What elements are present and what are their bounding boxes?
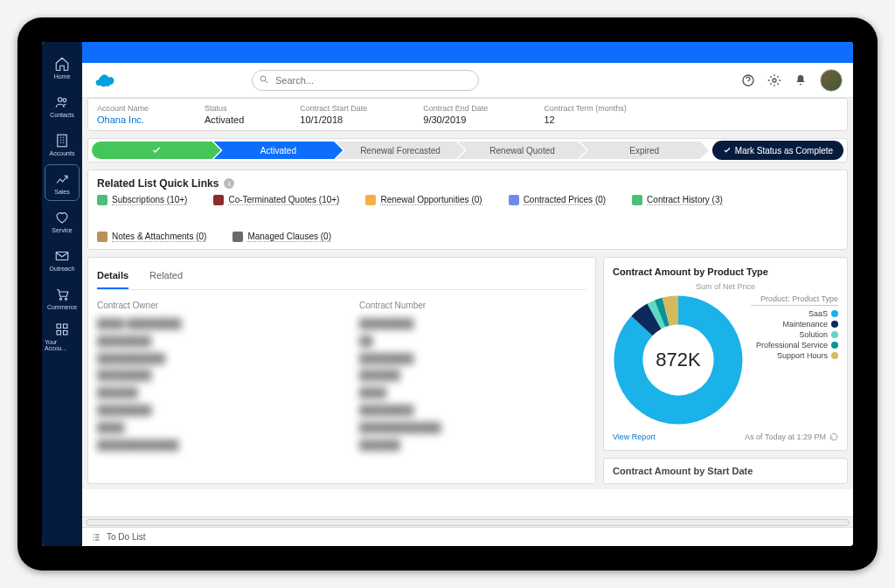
asof-text: As of Today at 1:29 PM <box>745 432 838 441</box>
ql-icon <box>213 195 224 205</box>
path-stage-complete[interactable] <box>92 142 221 159</box>
nav-home[interactable]: Home <box>45 49 80 86</box>
stage-path: Activated Renewal Forecasted Renewal Quo… <box>87 138 848 163</box>
field-label: Contract Term (months) <box>544 104 626 113</box>
view-report-link[interactable]: View Report <box>613 432 656 441</box>
quick-link[interactable]: Subscriptions (10+) <box>97 195 187 205</box>
field-label: Contract Owner <box>97 301 324 310</box>
ql-icon <box>509 195 519 205</box>
mail-icon <box>54 248 70 264</box>
field-value: 12 <box>544 114 626 125</box>
account-link[interactable]: Ohana Inc. <box>97 114 149 125</box>
legend-label: SaaS <box>808 309 828 318</box>
quick-link[interactable]: Co-Terminated Quotes (10+) <box>213 195 339 205</box>
bell-icon[interactable] <box>794 73 808 87</box>
details-card: Details Related Contract Owner ████ ████… <box>87 257 596 484</box>
ql-text: Contract History (3) <box>647 195 723 205</box>
summary-end-date: Contract End Date 9/30/2019 <box>423 104 488 125</box>
content-area: Account Name Ohana Inc. Status Activated… <box>82 98 853 489</box>
legend-dot <box>831 342 838 349</box>
svg-rect-2 <box>58 135 67 147</box>
todo-label: To Do List <box>107 532 145 542</box>
sales-icon <box>54 171 70 187</box>
info-icon[interactable]: i <box>224 178 234 189</box>
help-icon[interactable] <box>741 73 755 87</box>
search-input[interactable] <box>252 70 479 91</box>
nav-outreach[interactable]: Outreach <box>45 241 80 278</box>
nav-sales[interactable]: Sales <box>45 164 80 201</box>
path-stage-activated[interactable]: Activated <box>214 142 343 159</box>
svg-rect-7 <box>64 324 68 329</box>
detail-col-right: Contract Number ████████████████████████… <box>359 301 586 453</box>
nav-service[interactable]: Service <box>45 203 80 239</box>
user-avatar[interactable] <box>820 69 843 92</box>
path-stage-renewal-quoted[interactable]: Renewal Quoted <box>458 142 587 159</box>
nav-label: Outreach <box>50 266 75 272</box>
screen: Home Contacts Accounts Sales Service Out… <box>42 42 853 546</box>
field-value: 10/1/2018 <box>300 114 367 125</box>
chart-legend: Product: Product Type SaaSMaintenanceSol… <box>751 294 838 362</box>
tab-related[interactable]: Related <box>149 266 183 289</box>
legend-label: Solution <box>799 330 828 339</box>
quick-link[interactable]: Notes & Attachments (0) <box>97 232 206 242</box>
svg-rect-3 <box>56 252 68 259</box>
header-strip <box>82 42 853 63</box>
legend-item: Solution <box>751 330 838 339</box>
summary-account: Account Name Ohana Inc. <box>97 104 149 125</box>
nav-label: Service <box>52 227 72 233</box>
record-summary: Account Name Ohana Inc. Status Activated… <box>87 98 848 131</box>
search-icon <box>259 74 269 85</box>
ql-text: Notes & Attachments (0) <box>112 232 206 242</box>
tab-details[interactable]: Details <box>97 266 128 289</box>
gear-icon[interactable] <box>767 73 781 87</box>
detail-columns: Contract Owner ████ ████████████████████… <box>97 301 586 453</box>
nav-rail: Home Contacts Accounts Sales Service Out… <box>42 42 82 546</box>
nav-label: Your Accou... <box>45 339 80 351</box>
nav-your-account[interactable]: Your Accou... <box>45 318 80 355</box>
quick-links-title: Related List Quick Links i <box>97 177 838 190</box>
second-chart-card: Contract Amount by Start Date <box>603 458 848 484</box>
quick-link[interactable]: Renewal Opportunities (0) <box>365 195 482 205</box>
list-icon <box>91 532 101 543</box>
summary-start-date: Contract Start Date 10/1/2018 <box>300 104 367 125</box>
path-stage-renewal-forecasted[interactable]: Renewal Forecasted <box>336 142 465 159</box>
summary-status: Status Activated <box>205 104 244 125</box>
grid-icon <box>54 322 70 337</box>
refresh-icon[interactable] <box>829 432 838 441</box>
blurred-content: ████ ███████████████████████████████████… <box>97 315 324 453</box>
field-value: Activated <box>205 114 244 125</box>
quick-link[interactable]: Managed Clauses (0) <box>232 232 331 242</box>
svg-point-5 <box>65 298 66 300</box>
check-icon <box>151 145 162 156</box>
path-stage-expired[interactable]: Expired <box>579 142 709 159</box>
svg-point-12 <box>773 79 776 82</box>
legend-dot <box>831 310 838 317</box>
horizontal-scrollbar[interactable] <box>82 516 853 527</box>
quick-link[interactable]: Contract History (3) <box>632 195 723 205</box>
quick-links-card: Related List Quick Links i Subscriptions… <box>87 169 848 250</box>
legend-label: Professional Service <box>756 341 828 349</box>
field-label: Contract Start Date <box>300 104 367 113</box>
topbar <box>82 63 853 98</box>
nav-accounts[interactable]: Accounts <box>45 126 80 163</box>
nav-contacts[interactable]: Contacts <box>45 87 80 124</box>
nav-label: Sales <box>54 189 70 195</box>
legend-title: Product: Product Type <box>751 294 838 306</box>
nav-commerce[interactable]: Commerce <box>45 280 80 316</box>
main-column: Account Name Ohana Inc. Status Activated… <box>82 42 853 546</box>
mark-complete-button[interactable]: Mark Status as Complete <box>712 141 843 160</box>
quick-link[interactable]: Contracted Prices (0) <box>509 195 606 205</box>
ql-text: Co-Terminated Quotes (10+) <box>228 195 339 205</box>
svg-rect-6 <box>57 324 61 329</box>
svg-rect-8 <box>57 331 61 336</box>
ql-text: Subscriptions (10+) <box>112 195 187 205</box>
scrollbar-thumb[interactable] <box>86 519 850 526</box>
search-field[interactable] <box>252 70 479 91</box>
todo-bar[interactable]: To Do List <box>82 527 853 546</box>
side-column: Contract Amount by Product Type Sum of N… <box>603 257 848 484</box>
ql-text: Contracted Prices (0) <box>524 195 606 205</box>
donut-center-value: 872K <box>613 294 744 425</box>
summary-term: Contract Term (months) 12 <box>544 104 626 125</box>
nav-label: Home <box>54 73 71 80</box>
heart-icon <box>54 210 70 225</box>
